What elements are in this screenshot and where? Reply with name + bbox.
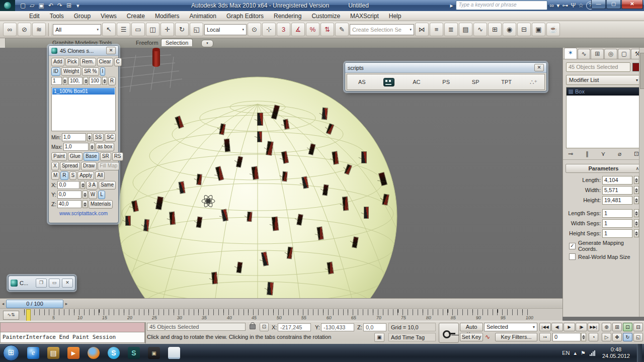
rs-button[interactable]: RS — [112, 152, 123, 161]
remove-modifier-icon[interactable]: ⌀ — [618, 150, 621, 157]
menu-item[interactable]: Modifiers — [150, 13, 185, 20]
rendered-frame-icon[interactable]: ▣ — [532, 23, 545, 36]
scripts-close-icon[interactable]: ✕ — [534, 64, 544, 71]
select-by-name-icon[interactable]: ☰ — [117, 23, 130, 36]
spinner-arrows[interactable] — [90, 143, 95, 151]
fetch-icon[interactable]: ⊞ — [65, 1, 72, 10]
glue-button[interactable]: Glue — [68, 152, 83, 161]
snap-toggle-3d-icon[interactable]: 3 — [277, 23, 290, 36]
clones-button[interactable]: C — [114, 58, 122, 66]
scatter-box-object[interactable] — [126, 216, 130, 225]
spinner-snap-icon[interactable]: ⇅ — [320, 23, 334, 36]
clones-i-button[interactable]: I — [100, 67, 106, 76]
sr-button[interactable]: SR — [100, 152, 111, 161]
network-signal-icon[interactable] — [590, 350, 595, 356]
clones-dialog-titlebar[interactable]: 45 Clones s... ✕ — [49, 46, 118, 56]
clones-sr-spinner[interactable]: 100 — [89, 77, 101, 85]
scatter-box-object[interactable] — [322, 108, 328, 120]
robot-script-icon[interactable] — [383, 78, 394, 86]
absolute-mode-icon[interactable]: ⊡ — [260, 323, 269, 331]
scatter-box-object[interactable] — [247, 212, 252, 222]
current-frame-field[interactable]: 0 — [552, 333, 581, 341]
time-slider-handle[interactable]: 0 / 100 — [6, 300, 63, 308]
spinner-arrows[interactable] — [634, 209, 639, 217]
tab-freeform[interactable]: Freeform — [132, 39, 163, 46]
selection-filter-dropdown[interactable]: All▾ — [53, 24, 101, 35]
z-field[interactable]: 40,0 — [57, 200, 82, 208]
clones-weight-spinner[interactable]: 100, — [68, 77, 83, 85]
y-coord-field[interactable]: -130,433 — [321, 323, 354, 331]
taskbar-firefox[interactable] — [85, 345, 102, 360]
scatter-box-object[interactable] — [258, 132, 262, 142]
display-tab-icon[interactable]: ▢ — [618, 49, 631, 59]
spinner-arrows[interactable] — [80, 181, 85, 189]
taskbar-notepad[interactable] — [166, 345, 183, 360]
pin-stack-icon[interactable]: ⊸ — [568, 150, 573, 157]
pan-icon[interactable]: ✥ — [612, 333, 622, 341]
clones-srpct-button[interactable]: SR % — [82, 67, 99, 76]
scatter-box-object[interactable] — [282, 172, 287, 182]
modifier-stack[interactable]: Box — [566, 87, 641, 148]
restore-icon[interactable]: ❐ — [36, 279, 47, 288]
menu-item[interactable]: Views — [96, 13, 122, 20]
clones-button[interactable]: Add — [51, 58, 64, 66]
search-caret[interactable]: ▾ — [556, 2, 559, 9]
select-and-manipulate-icon[interactable]: ⊹ — [262, 23, 276, 36]
scatter-box-object[interactable] — [258, 113, 263, 125]
clones-r-button[interactable]: R — [108, 77, 116, 85]
search-icon[interactable]: ∞ — [550, 2, 554, 9]
key-filters-button[interactable]: Key Filters... — [495, 333, 537, 341]
min-field[interactable]: 1,0 — [62, 133, 86, 141]
as-box-button[interactable]: as box — [96, 143, 114, 151]
s-button[interactable]: S — [69, 171, 77, 180]
go-to-end-button[interactable]: ▶▶| — [588, 323, 599, 331]
object-name-field[interactable]: 45 Objects Selected — [566, 62, 630, 72]
reference-coordinate-dropdown[interactable]: Local▾ — [204, 24, 247, 35]
l-button[interactable]: L — [98, 191, 105, 199]
ac-script-button[interactable]: AC — [409, 78, 424, 86]
play-button[interactable]: ▶ — [564, 323, 575, 331]
clones-weight-button[interactable]: Weight — [61, 67, 81, 76]
open-file-icon[interactable]: ▱ — [29, 1, 35, 10]
edit-named-selections-icon[interactable]: ✎ — [335, 23, 349, 36]
motion-tab-icon[interactable]: ◎ — [604, 49, 617, 59]
minimize-button[interactable]: — — [591, 0, 606, 9]
infocenter-search-input[interactable]: Type a keyword or phrase — [456, 1, 547, 10]
paint-button[interactable]: Paint — [51, 152, 67, 161]
menu-item[interactable]: Customize — [306, 13, 345, 20]
same-button[interactable]: Same — [99, 181, 116, 190]
unlink-selection-icon[interactable]: ⊘ — [18, 23, 31, 36]
m-button[interactable]: M — [51, 171, 59, 180]
zoom-all-icon[interactable]: ⊞ — [612, 323, 622, 331]
menu-item[interactable]: Graph Editors — [221, 13, 269, 20]
use-pivot-center-icon[interactable]: ⊙ — [248, 23, 261, 36]
spinner-arrows[interactable] — [63, 77, 67, 85]
materials-button[interactable]: Materials — [89, 200, 113, 209]
scatter-box-object[interactable] — [362, 152, 366, 163]
close-button[interactable]: ✕ — [621, 0, 643, 9]
sp-script-button[interactable]: SP — [468, 78, 484, 86]
menu-item[interactable]: Tools — [45, 13, 69, 20]
scrollbar-thumb[interactable] — [640, 53, 644, 89]
tpt-script-button[interactable]: TPT — [497, 78, 516, 86]
curve-editor-icon[interactable]: ∿ — [473, 23, 487, 36]
red-cylinder-object[interactable] — [152, 49, 160, 67]
y-field[interactable]: 0,0 — [57, 191, 82, 199]
listener-line[interactable]: PainterInterface End Paint Session — [0, 332, 145, 343]
go-to-start-button[interactable]: |◀◀ — [539, 323, 551, 331]
hidden-icons-caret[interactable]: ▴ — [574, 350, 577, 356]
maximize-viewport-icon[interactable]: ◱ — [633, 333, 643, 341]
spinner-arrows[interactable] — [83, 200, 88, 208]
clones-button[interactable]: Clear — [97, 58, 113, 66]
language-indicator[interactable]: EN — [562, 350, 570, 356]
x-coord-field[interactable]: -217,245 — [278, 323, 311, 331]
zoom-icon[interactable]: ⊕ — [602, 323, 611, 331]
quick-render-icon[interactable]: ☕ — [546, 23, 560, 36]
stack-item-box[interactable]: Box — [567, 87, 640, 96]
save-file-icon[interactable]: ▣ — [38, 1, 45, 10]
max-field[interactable]: 1,0 — [63, 143, 89, 151]
select-and-rotate-icon[interactable]: ↻ — [175, 23, 189, 36]
material-editor-icon[interactable]: ◉ — [503, 23, 516, 36]
3dsmax-application-button[interactable] — [0, 0, 15, 11]
spinner-arrows[interactable] — [634, 196, 639, 204]
